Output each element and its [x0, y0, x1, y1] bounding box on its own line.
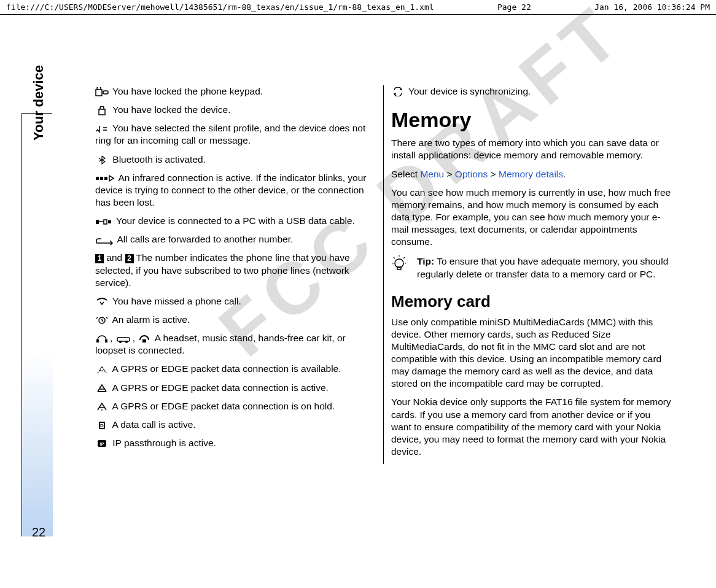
svg-rect-7	[104, 220, 107, 224]
gprs-hold-icon	[95, 402, 109, 411]
svg-rect-16	[98, 391, 106, 392]
tip-text-block: Tip: To ensure that you have adequate me…	[417, 255, 672, 280]
loopset-icon	[138, 335, 151, 344]
status-item: An alarm is active.	[95, 314, 376, 326]
memory-para: There are two types of memory into which…	[391, 137, 672, 161]
device-lock-icon	[95, 106, 109, 115]
sidebar-label: Your device	[31, 65, 47, 141]
gt: >	[446, 169, 452, 179]
file-path: file:///C:/USERS/MODEServer/mehowell/143…	[6, 2, 434, 12]
status-text: A GPRS or EDGE packet data connection is…	[112, 382, 328, 393]
period: .	[563, 169, 566, 179]
page-number: 22	[32, 525, 45, 540]
status-item: IP IP passthrough is active.	[95, 437, 376, 449]
bluetooth-icon	[95, 155, 109, 164]
keypad-lock-icon	[95, 87, 109, 96]
ip-icon: IP	[95, 439, 109, 448]
status-text: A GPRS or EDGE packet data connection is…	[112, 401, 335, 411]
svg-rect-23	[397, 267, 401, 269]
memory-details-link: Memory details	[499, 169, 563, 179]
status-item: You have selected the silent profile, an…	[95, 122, 376, 147]
svg-point-14	[125, 341, 128, 343]
memory-card-para1: Use only compatible miniSD MultiMediaCar…	[391, 316, 672, 390]
status-text: You have selected the silent profile, an…	[95, 123, 365, 145]
status-text: Your device is connected to a PC with a …	[116, 215, 355, 226]
sidebar-border	[21, 113, 52, 536]
left-column: You have locked the phone keypad. You ha…	[95, 85, 384, 464]
svg-rect-10	[96, 339, 99, 342]
status-text: A data call is active.	[112, 419, 195, 430]
status-item: 1 and 2 The number indicates the phone l…	[95, 252, 376, 288]
alarm-icon	[95, 315, 109, 325]
gt: >	[491, 169, 496, 179]
status-text: Your device is synchronizing.	[408, 86, 531, 96]
forward-icon	[95, 236, 114, 245]
svg-rect-6	[96, 220, 99, 224]
status-item: Your device is connected to a PC with a …	[95, 215, 376, 227]
line-2-icon: 2	[125, 254, 134, 263]
menu-link: Menu	[420, 169, 444, 179]
memory-card-para2: Your Nokia device only supports the FAT1…	[391, 396, 672, 458]
svg-rect-15	[142, 339, 146, 342]
memory-card-heading: Memory card	[391, 292, 672, 312]
silent-icon	[95, 125, 109, 134]
tip-block: Tip: To ensure that you have adequate me…	[391, 255, 672, 280]
gprs-active-icon	[95, 384, 109, 393]
svg-text:IP: IP	[100, 442, 104, 446]
status-text: A GPRS or EDGE packet data connection is…	[112, 363, 341, 374]
header-bar: file:///C:/USERS/MODEServer/mehowell/143…	[0, 0, 716, 15]
status-text: The number indicates the phone line that…	[95, 252, 350, 287]
svg-rect-11	[105, 339, 107, 342]
menu-path: Select Menu > Options > Memory details.	[391, 168, 672, 180]
line-1-icon: 1	[95, 254, 104, 263]
status-item: You have missed a phone call.	[95, 295, 376, 308]
status-text: Bluetooth is activated.	[112, 154, 206, 164]
svg-rect-12	[117, 338, 130, 341]
status-text: An infrared connection is active. If the…	[95, 172, 367, 207]
svg-rect-0	[96, 90, 102, 96]
and-text: and	[106, 252, 122, 263]
status-item: All calls are forwarded to another numbe…	[95, 233, 376, 246]
svg-rect-2	[99, 109, 105, 115]
tip-icon	[391, 255, 407, 274]
sidebar-gradient	[22, 352, 53, 536]
infrared-icon	[95, 174, 115, 183]
svg-rect-1	[103, 91, 108, 94]
svg-text:D: D	[100, 423, 104, 428]
status-item: , , A headset, music stand, hands-free c…	[95, 332, 376, 357]
status-item: You have locked the device.	[95, 104, 376, 116]
svg-rect-4	[100, 177, 103, 180]
status-text: You have locked the phone keypad.	[112, 86, 263, 96]
status-item: An infrared connection is active. If the…	[95, 172, 376, 209]
status-item: A GPRS or EDGE packet data connection is…	[95, 400, 376, 412]
status-text: All calls are forwarded to another numbe…	[117, 234, 293, 244]
select-pre: Select	[391, 169, 420, 179]
gprs-avail-icon	[95, 365, 109, 374]
status-text: An alarm is active.	[112, 314, 190, 325]
status-text: A headset, music stand, hands-free car k…	[95, 333, 346, 355]
svg-point-22	[395, 259, 403, 268]
svg-rect-3	[96, 177, 99, 180]
headset-icon	[95, 335, 109, 344]
status-text: You have locked the device.	[112, 104, 230, 115]
svg-rect-8	[108, 220, 111, 223]
options-link: Options	[455, 169, 488, 179]
status-text: IP passthrough is active.	[112, 438, 216, 448]
carkit-icon	[115, 335, 131, 344]
usb-icon	[95, 217, 112, 226]
status-item: A GPRS or EDGE packet data connection is…	[95, 382, 376, 394]
data-call-icon: D	[95, 420, 109, 430]
missed-call-icon	[95, 297, 109, 306]
page-indicator: Page 22	[497, 2, 531, 12]
status-item: You have locked the phone keypad.	[95, 85, 376, 98]
status-item: Bluetooth is activated.	[95, 153, 376, 166]
sync-icon	[391, 87, 405, 96]
right-column: Your device is synchronizing. Memory The…	[384, 85, 672, 464]
status-item: A GPRS or EDGE packet data connection is…	[95, 363, 376, 375]
memory-heading: Memory	[391, 106, 672, 133]
tip-label: Tip:	[417, 256, 434, 266]
tip-text: To ensure that you have adequate memory,…	[417, 256, 668, 279]
svg-rect-5	[104, 177, 107, 180]
status-item: D A data call is active.	[95, 419, 376, 431]
memory-para2: You can see how much memory is currently…	[391, 187, 672, 249]
